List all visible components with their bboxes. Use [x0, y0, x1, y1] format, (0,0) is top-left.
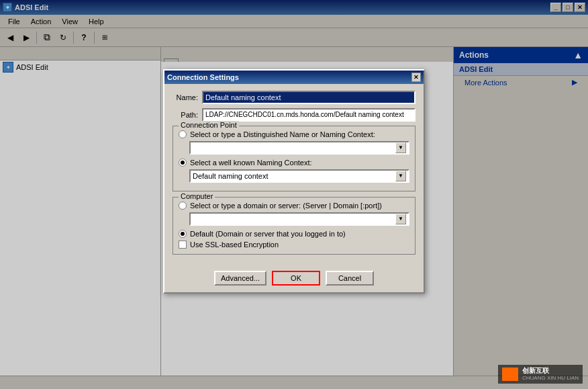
radio2-row: Select a well known Naming Context: — [179, 159, 409, 167]
dialog-overlay: Connection Settings ✕ Name: Path: Connec… — [0, 0, 588, 389]
radio3-label: Select or type a domain or server: (Serv… — [190, 202, 382, 210]
path-field-row: Path: — [173, 108, 415, 122]
radio4-button[interactable] — [179, 230, 187, 238]
radio2-button[interactable] — [179, 159, 187, 167]
connection-settings-dialog: Connection Settings ✕ Name: Path: Connec… — [163, 69, 425, 294]
dropdown1-field[interactable]: ▼ — [189, 141, 409, 155]
watermark-logo-icon: CX — [502, 368, 518, 381]
checkbox-row: Use SSL-based Encryption — [179, 241, 409, 249]
dialog-close-button[interactable]: ✕ — [411, 73, 421, 82]
watermark-svg: CX — [502, 368, 518, 381]
dropdown3-row: ▼ — [189, 212, 409, 226]
name-field-row: Name: — [173, 91, 415, 104]
computer-groupbox: Computer Select or type a domain or serv… — [173, 197, 415, 255]
watermark-line2: CHUANG XIN HU LIAN — [522, 375, 579, 382]
watermark-line1: 创新互联 — [522, 367, 579, 375]
radio3-row: Select or type a domain or server: (Serv… — [179, 202, 409, 210]
dropdown2-row: Default naming context ▼ — [189, 169, 409, 183]
radio4-label: Default (Domain or server that you logge… — [190, 230, 346, 238]
dialog-body: Name: Path: Connection Point Select or t… — [164, 84, 424, 267]
ok-button[interactable]: OK — [272, 271, 320, 286]
path-input[interactable] — [202, 108, 415, 122]
name-input[interactable] — [202, 91, 415, 104]
svg-text:CX: CX — [506, 372, 514, 378]
dialog-buttons: Advanced... OK Cancel — [164, 267, 424, 292]
watermark-text-block: 创新互联 CHUANG XIN HU LIAN — [522, 367, 579, 382]
dropdown1-row: ▼ — [189, 141, 409, 155]
name-label: Name: — [173, 93, 198, 101]
connection-point-groupbox: Connection Point Select or type a Distin… — [173, 126, 415, 191]
radio1-button[interactable] — [179, 130, 187, 138]
radio4-row: Default (Domain or server that you logge… — [179, 230, 409, 238]
dropdown2-value: Default naming context — [193, 172, 268, 180]
connection-point-legend: Connection Point — [179, 121, 239, 129]
watermark: CX 创新互联 CHUANG XIN HU LIAN — [498, 365, 583, 384]
dropdown3-arrow-icon[interactable]: ▼ — [395, 214, 406, 224]
cancel-button[interactable]: Cancel — [326, 271, 374, 286]
path-label: Path: — [173, 111, 198, 119]
dropdown2-field[interactable]: Default naming context ▼ — [189, 169, 409, 183]
dropdown2-arrow-icon[interactable]: ▼ — [395, 171, 406, 181]
radio2-label: Select a well known Naming Context: — [190, 159, 312, 167]
dropdown3-field[interactable]: ▼ — [189, 212, 409, 226]
advanced-button[interactable]: Advanced... — [214, 271, 266, 286]
radio3-button[interactable] — [179, 202, 187, 210]
checkbox-label: Use SSL-based Encryption — [190, 241, 279, 249]
radio1-row: Select or type a Distinguished Name or N… — [179, 130, 409, 138]
dropdown1-arrow-icon[interactable]: ▼ — [395, 142, 406, 153]
dialog-title-bar: Connection Settings ✕ — [164, 71, 424, 84]
dialog-title: Connection Settings — [167, 73, 239, 81]
computer-legend: Computer — [179, 192, 215, 200]
radio1-label: Select or type a Distinguished Name or N… — [190, 130, 375, 138]
ssl-checkbox[interactable] — [179, 241, 187, 249]
